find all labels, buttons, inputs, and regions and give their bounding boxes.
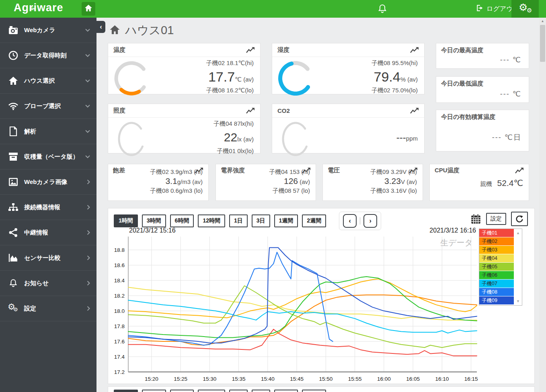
sidebar-item-ハウス選択[interactable]: ハウス選択 [0,68,96,94]
notification-bell-icon[interactable] [377,4,388,14]
average-value: 22 [224,131,237,144]
average-unit: ppm [406,135,418,142]
card-values: 子機02 3.9g/m3 (hi)3.1g/m3 (av)子機08 0.6g/m… [150,167,203,195]
scrollbar-thumb[interactable] [540,25,545,62]
card-電界強度: 電界強度子機04 153 (hi)126 (av)子機08 57 (lo) [216,164,316,201]
series-line-子機08 [128,252,333,345]
card-照度: 照度子機04 87lx(hi)22lx (av)子機01 0lx(lo) [108,104,261,153]
legend-item-子機06[interactable]: 子機06 [479,271,514,280]
temperature-gauge [113,59,151,99]
calendar-icon[interactable] [470,214,481,225]
x-axis-label: 15:50 [319,376,333,381]
gear-small-icon: ⚙ [527,7,532,13]
chevron-down-icon [85,54,90,57]
x-axis-label: 16:15 [464,376,478,381]
time-range-button-1時間-bottom[interactable]: 1時間 [114,390,138,392]
trend-chart-icon[interactable] [410,108,419,114]
humidity-gauge [277,59,315,99]
sidebar-item-接続機器情報[interactable]: 接続機器情報 [0,195,96,220]
chart-svg: 17.217.417.617.818.018.218.418.618.815:2… [108,233,482,381]
legend-item-子機04[interactable]: 子機04 [479,254,514,263]
sidebar-item-label: お知らせ [24,280,85,287]
sidebar-item-データ取得時刻[interactable]: データ取得時刻 [0,43,96,68]
card-values: 子機09 3.29V (hi)3.23V (av)子機03 3.16V (lo) [370,167,417,195]
sidebar-item-プローブ選択[interactable]: プローブ選択 [0,94,96,119]
sidebar-item-解析[interactable]: 解析 [0,119,96,144]
box-icon [8,152,18,161]
sidebar-item-Webカメラ[interactable]: Webカメラ [0,18,96,43]
home-button[interactable] [82,2,95,16]
average-value: 17.7 [208,69,235,84]
time-range-button-12時間-bottom[interactable]: 12時間 [198,390,225,392]
page-title: ハウス01 [125,22,174,39]
card-CPU温度: CPU温度親機 52.4℃ [429,164,529,201]
time-range-button-2週間[interactable]: 2週間 [302,214,326,227]
card-header: 照度 [108,104,260,118]
average-value-row: 126 (av) [269,176,310,186]
clock-icon [8,51,18,60]
time-range-button-1時間[interactable]: 1時間 [114,214,138,227]
time-range-button-3時間[interactable]: 3時間 [142,214,166,227]
settings-gear-button[interactable]: ⚙ ⚙ [511,0,539,18]
prev-button[interactable]: ‹ [343,214,357,228]
legend-item-子機08[interactable]: 子機08 [479,288,514,296]
time-range-button-6時間-bottom[interactable]: 6時間 [170,390,194,392]
sensor-value-row: 子機08 16.2℃(lo) [206,86,254,95]
trend-chart-icon[interactable] [246,108,255,114]
wifi-arcs-icon [28,0,36,13]
trend-chart-icon[interactable] [246,47,255,53]
sensor-value-row: 子機02 75.0%(lo) [372,86,418,95]
refresh-button[interactable] [511,212,528,226]
page-scrollbar[interactable]: ▲ [539,18,546,392]
next-button[interactable]: › [363,214,377,228]
sidebar-item-収穫量（ベータ版）[interactable]: 収穫量（ベータ版） [0,144,96,169]
sidebar-item-label: 接続機器情報 [24,204,85,211]
x-axis-label: 15:20 [145,376,158,381]
chart-settings-button[interactable]: 設定 [486,213,506,225]
brand-logo[interactable]: Agriware [14,2,64,14]
time-range-button-1週間-bottom[interactable]: 1週間 [274,390,298,392]
y-axis-label: 18.2 [114,293,125,299]
average-value-row: 17.7℃ (av) [206,67,254,86]
time-range-button-1週間[interactable]: 1週間 [274,214,298,227]
sidebar-item-設定[interactable]: ⚙⚙設定 [0,296,96,321]
legend-scroll-up-icon[interactable]: ▲ [516,231,520,235]
legend-item-子機01[interactable]: 子機01 [479,229,514,237]
sensor-value-row: 子機09 3.29V (hi) [370,167,417,176]
trend-chart-icon[interactable] [410,47,419,53]
legend-item-子機07[interactable]: 子機07 [479,280,514,288]
sidebar-item-Webカメラ画像[interactable]: Webカメラ画像 [0,169,96,195]
average-value-row: 79.4% (av) [372,67,418,86]
y-axis-label: 18.8 [114,247,125,253]
x-axis-label: 15:30 [203,376,216,381]
legend-item-子機02[interactable]: 子機02 [479,237,514,246]
time-range-button-12時間[interactable]: 12時間 [198,214,225,227]
average-value-row: 22lx (av) [213,128,254,147]
legend-item-子機03[interactable]: 子機03 [479,246,514,254]
sitemap-icon [8,203,18,212]
sidebar-item-センサー比較[interactable]: センサー比較 [0,245,96,271]
chevron-right-icon [85,230,90,235]
time-range-button-3日-bottom[interactable]: 3日 [252,390,270,392]
legend-item-子機05[interactable]: 子機05 [479,263,514,271]
sidebar-item-label: プローブ選択 [24,102,85,110]
sensor-value-row: 子機02 18.1℃(hi) [206,59,254,67]
x-axis-label: 15:40 [261,376,275,381]
time-range-button-6時間[interactable]: 6時間 [170,214,194,227]
time-range-button-3日[interactable]: 3日 [252,214,270,227]
sidebar-item-中継情報[interactable]: 中継情報 [0,220,96,245]
time-range-button-1日[interactable]: 1日 [229,214,248,227]
legend-item-子機09[interactable]: 子機09 [479,296,514,305]
legend-scroll-down-icon[interactable]: ▼ [516,299,520,303]
card-title: 照度 [113,107,125,114]
y-axis-label: 18.0 [114,308,125,314]
time-range-button-2週間-bottom[interactable]: 2週間 [302,390,326,392]
sidebar-collapse-button[interactable]: ‹ [96,21,105,33]
card-title: 電圧 [328,167,340,174]
scroll-up-arrow-icon[interactable]: ▲ [539,18,546,24]
time-range-button-3時間-bottom[interactable]: 3時間 [142,390,166,392]
time-range-button-1日-bottom[interactable]: 1日 [229,390,248,392]
card-title: 飽差 [113,167,125,174]
sidebar-item-label: 中継情報 [24,229,85,237]
sidebar-item-お知らせ[interactable]: お知らせ [0,271,96,296]
